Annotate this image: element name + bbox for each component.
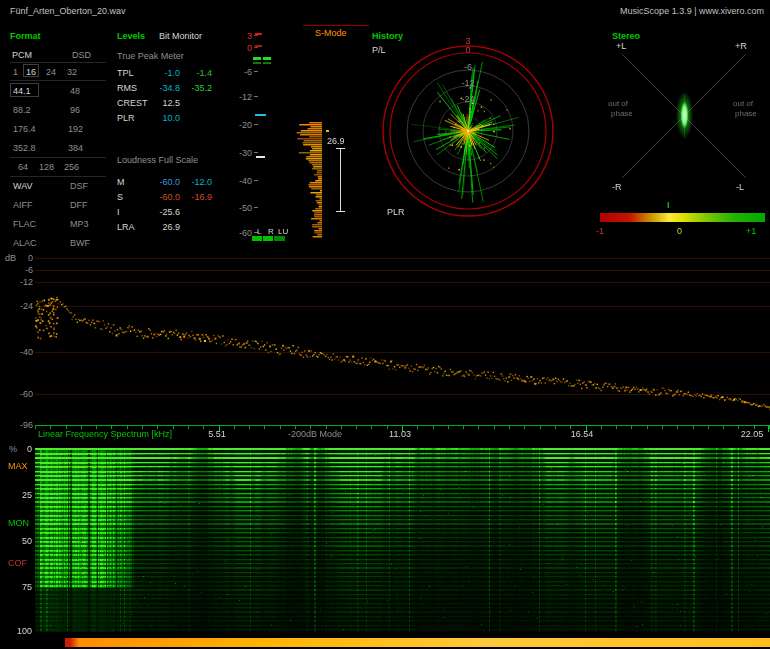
peak-mark-dim <box>263 62 271 64</box>
meter-scale-m20: -20 <box>228 120 252 130</box>
format-alac: ALAC <box>13 238 37 248</box>
spectrum-ytick-m24: -24 <box>12 301 33 311</box>
shortterm-mark <box>256 156 265 158</box>
channel-label-r: R <box>268 227 274 236</box>
rate-pcm-88: 88.2 <box>13 105 31 115</box>
momentary-mark <box>255 114 266 116</box>
lra-value: 26.9 <box>146 222 180 232</box>
plr-polar-label: PLR <box>387 207 405 217</box>
meter-scale-m12: -12 <box>228 92 252 102</box>
spectrum-ytick-m12: -12 <box>12 277 33 287</box>
spectrum-ytick-m60: -60 <box>12 389 33 399</box>
s-value-2: -16.9 <box>182 192 212 202</box>
phase-blob-core <box>681 102 688 128</box>
bit-monitor-label[interactable]: Bit Monitor <box>159 31 202 41</box>
smode-label[interactable]: S-Mode <box>315 28 347 38</box>
meter-tick <box>254 47 258 48</box>
rate-pcm-176: 176.4 <box>13 124 36 134</box>
rate-dsd-192: 192 <box>68 124 83 134</box>
ring-label-m6: -6 <box>456 62 480 72</box>
correlation-bar <box>600 213 765 222</box>
format-divider <box>10 157 106 158</box>
rms-value-2: -35.2 <box>182 83 212 93</box>
lra-range-cap-top <box>336 148 345 149</box>
meter-scale-m6: -6 <box>228 67 252 77</box>
meter-scale-3: 3 <box>228 31 252 41</box>
spectrum-ytick-m40: -40 <box>12 347 33 357</box>
true-peak-header: True Peak Meter <box>117 51 184 61</box>
crest-label: CREST <box>117 98 148 108</box>
format-divider <box>10 80 106 81</box>
rate-pcm-352: 352.8 <box>13 143 36 153</box>
peak-mark-right <box>263 57 271 60</box>
meter-scale-m30: -30 <box>228 148 252 158</box>
meter-scale-m40: -40 <box>228 176 252 186</box>
rate-dsd-48: 48 <box>70 86 80 96</box>
peak-mark-red <box>255 33 262 35</box>
spectrum-xtick-3: 16.54 <box>564 429 600 439</box>
dsd-rate-256: 256 <box>64 162 79 172</box>
lra-range-cap-bottom <box>336 211 345 212</box>
meter-tick <box>254 207 258 208</box>
format-mp3: MP3 <box>70 219 89 229</box>
spectrum-ytick-m96: -96 <box>12 420 33 430</box>
i-label: I <box>117 207 120 217</box>
out-of-phase-right-1: out of <box>733 99 753 108</box>
meter-tick <box>254 96 258 97</box>
format-wav: WAV <box>13 181 33 191</box>
spectrogram-ytick-75: 75 <box>10 582 32 592</box>
bitdepth-1: 1 <box>13 67 18 77</box>
channel-bar-l <box>252 236 262 241</box>
ring-label-m12: -12 <box>456 78 480 88</box>
meter-scale-m50: -50 <box>228 203 252 213</box>
format-bwf: BWF <box>70 238 90 248</box>
channel-label-l: L <box>257 227 261 236</box>
spectrogram-ytick-100: 100 <box>10 626 32 636</box>
rate-dsd-96: 96 <box>70 105 80 115</box>
spectrogram-canvas <box>35 448 770 632</box>
format-divider <box>10 62 106 63</box>
out-of-phase-left-2: phase <box>611 109 633 118</box>
meter-tick <box>254 124 258 125</box>
channel-bar-lu <box>274 236 285 241</box>
ring-label-m24: -24 <box>456 94 480 104</box>
tpl-value-2: -1.4 <box>182 68 212 78</box>
format-flac: FLAC <box>13 219 36 229</box>
tpl-value-1: -1.0 <box>146 68 180 78</box>
playback-progress-bar[interactable] <box>65 638 770 647</box>
format-dsf: DSF <box>70 181 88 191</box>
format-dff: DFF <box>70 200 88 210</box>
correlation-max: +1 <box>746 226 756 236</box>
dsd-rate-128: 128 <box>39 162 54 172</box>
channel-bar-r <box>263 236 273 241</box>
spectrogram-ytick-25: 25 <box>10 490 32 500</box>
out-of-phase-right-2: phase <box>735 109 757 118</box>
levels-panel-title: Levels <box>117 31 145 41</box>
correlation-zero: 0 <box>677 226 682 236</box>
plr-label: PLR <box>117 113 135 123</box>
spectrum-axis-label: Linear Frequency Spectrum [kHz] <box>38 429 172 439</box>
bitdepth-24: 24 <box>46 67 56 77</box>
s-label: S <box>117 192 123 202</box>
correlation-min: -1 <box>596 226 604 236</box>
tpl-label: TPL <box>117 68 134 78</box>
spectrogram-ytick-0: 0 <box>16 444 32 454</box>
meter-tick <box>254 71 258 72</box>
plr-value: 10.0 <box>146 113 180 123</box>
crest-value: 12.5 <box>146 98 180 108</box>
stereo-panel-title: Stereo <box>612 31 640 41</box>
musicscope-window: Fünf_Arten_Oberton_20.wav MusicScope 1.3… <box>0 0 770 649</box>
bitdepth-16: 16 <box>26 67 36 77</box>
lra-range-value: 26.9 <box>327 136 345 146</box>
cof-marker-label: COF <box>8 558 27 568</box>
app-title: MusicScope 1.3.9 | www.xivero.com <box>620 6 764 16</box>
lra-range-line <box>340 148 341 212</box>
spectrum-ytick-0: 0 <box>12 253 33 263</box>
spectrum-xtick-4: 22.05 <box>735 429 769 439</box>
rms-value-1: -34.8 <box>146 83 180 93</box>
spectrum-ytick-m6: -6 <box>12 265 33 275</box>
meter-scale-0: 0 <box>228 43 252 53</box>
mon-marker-label: MON <box>8 518 29 528</box>
rate-pcm-44: 44.1 <box>13 86 31 96</box>
loudness-header: Loudness Full Scale <box>117 155 198 165</box>
